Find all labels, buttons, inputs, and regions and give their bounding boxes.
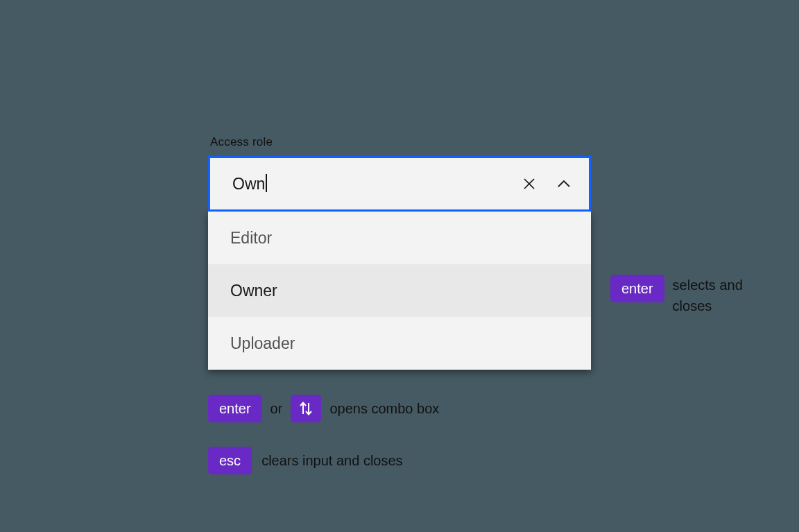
kbd-enter-bottom: enter [208, 395, 262, 422]
combo-icon-group [521, 175, 572, 192]
annotation-text-right: selects and closes [673, 275, 784, 316]
combo-input-value: Own [232, 175, 265, 193]
combo-option-editor[interactable]: Editor [208, 212, 591, 264]
annotation-esc-text: clears input and closes [261, 453, 402, 469]
combo-box: Own Editor Owner Uploader [208, 156, 591, 212]
annotation-opens-combo: enter or opens combo box [208, 395, 439, 422]
combo-input-text[interactable]: Own [232, 174, 521, 194]
annotation-esc-clears: esc clears input and closes [208, 447, 403, 474]
combo-option-owner[interactable]: Owner [208, 264, 591, 317]
annotation-or-text: or [270, 401, 283, 417]
kbd-arrow-keys [291, 395, 321, 422]
up-down-arrows-icon [298, 400, 313, 417]
combo-option-uploader[interactable]: Uploader [208, 317, 591, 370]
combo-menu: Editor Owner Uploader [208, 212, 591, 370]
kbd-enter-right: enter [610, 275, 664, 302]
kbd-esc: esc [208, 447, 252, 474]
combo-input-row[interactable]: Own [208, 156, 591, 212]
field-label: Access role [210, 135, 273, 149]
annotation-opens-text: opens combo box [329, 401, 439, 417]
text-cursor [266, 174, 267, 192]
annotation-enter-selects: enter selects and closes [610, 275, 784, 316]
close-icon[interactable] [521, 175, 538, 192]
chevron-up-icon[interactable] [556, 175, 572, 192]
